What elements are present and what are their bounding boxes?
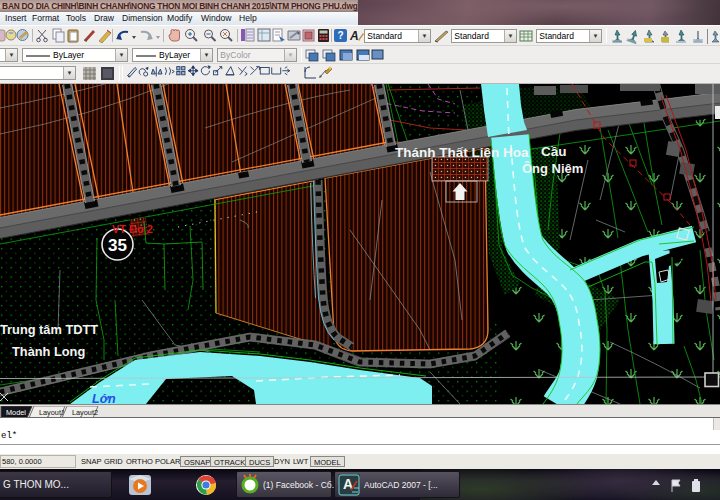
svg-text:A: A	[349, 29, 359, 43]
svg-text:Cầu: Cầu	[541, 144, 567, 159]
svg-text:?: ?	[337, 30, 343, 41]
svg-text:35: 35	[108, 236, 127, 255]
svg-text:Layout1: Layout1	[39, 408, 65, 417]
svg-text:Trung tâm TDTT: Trung tâm TDTT	[0, 322, 98, 337]
svg-text:Thành Long: Thành Long	[12, 344, 85, 359]
svg-text:Lớn: Lớn	[92, 392, 116, 404]
svg-text:Thánh Thất Liên Hoa: Thánh Thất Liên Hoa	[395, 145, 529, 160]
svg-text:VT Đo 2: VT Đo 2	[112, 223, 153, 235]
svg-text:Layout2: Layout2	[72, 408, 98, 417]
svg-text:Model: Model	[6, 408, 26, 417]
svg-text:Ông Niệm: Ông Niệm	[522, 161, 583, 176]
